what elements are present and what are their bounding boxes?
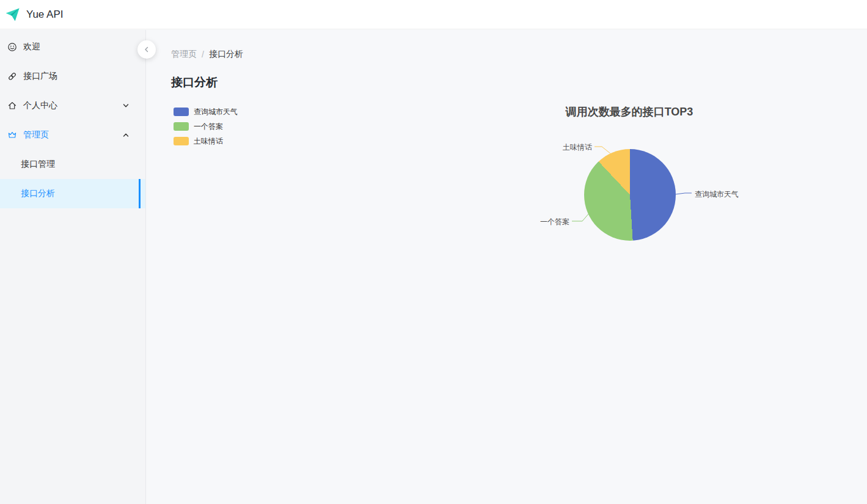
sidebar-item-label: 个人中心 bbox=[23, 100, 57, 111]
legend-label: 土味情话 bbox=[194, 136, 223, 147]
legend-item[interactable]: 查询城市天气 bbox=[174, 108, 238, 116]
sidebar-subitem-api-analysis[interactable]: 接口分析 bbox=[0, 179, 145, 208]
api-icon bbox=[7, 71, 17, 81]
sidebar-item-label: 接口管理 bbox=[21, 159, 55, 170]
pie-label-answer: 一个答案 bbox=[540, 217, 569, 227]
app-window: Yue API 欢迎 接口广场 bbox=[0, 0, 867, 504]
sidebar-item-label: 管理页 bbox=[23, 130, 49, 141]
sidebar: 欢迎 接口广场 个人中心 bbox=[0, 30, 146, 504]
chevron-down-icon bbox=[122, 102, 130, 109]
breadcrumb: 管理页 / 接口分析 bbox=[171, 49, 243, 60]
breadcrumb-item-current: 接口分析 bbox=[209, 49, 243, 60]
home-icon bbox=[7, 101, 17, 111]
pie-label-pickup: 土味情话 bbox=[563, 142, 592, 153]
legend-swatch bbox=[174, 122, 189, 131]
app-title: Yue API bbox=[26, 9, 64, 21]
page-title: 接口分析 bbox=[171, 75, 218, 90]
sidebar-item-label: 接口分析 bbox=[21, 188, 55, 199]
sidebar-item-management[interactable]: 管理页 bbox=[0, 120, 145, 150]
pie-chart[interactable] bbox=[584, 149, 676, 241]
chevron-left-icon bbox=[143, 46, 150, 53]
smile-icon bbox=[7, 42, 17, 52]
app-logo-icon bbox=[5, 7, 21, 23]
sidebar-item-welcome[interactable]: 欢迎 bbox=[0, 32, 145, 62]
pie-label-lines bbox=[147, 30, 867, 504]
top-header: Yue API bbox=[0, 0, 867, 29]
legend-item[interactable]: 土味情话 bbox=[174, 137, 238, 145]
chart-title: 调用次数最多的接口TOP3 bbox=[565, 104, 693, 119]
main-content: 管理页 / 接口分析 接口分析 查询城市天气 一个答案 土味情话 调用次数最多的… bbox=[147, 30, 867, 504]
breadcrumb-separator: / bbox=[202, 49, 204, 59]
sidebar-subitem-api-management[interactable]: 接口管理 bbox=[0, 150, 145, 179]
chart-legend: 查询城市天气 一个答案 土味情话 bbox=[174, 108, 238, 152]
sidebar-menu: 欢迎 接口广场 个人中心 bbox=[0, 30, 145, 208]
legend-swatch bbox=[174, 137, 189, 145]
breadcrumb-item-management[interactable]: 管理页 bbox=[171, 49, 197, 60]
sidebar-item-label: 接口广场 bbox=[23, 71, 57, 82]
legend-item[interactable]: 一个答案 bbox=[174, 122, 238, 131]
crown-icon bbox=[7, 130, 17, 140]
legend-label: 查询城市天气 bbox=[194, 107, 238, 117]
sidebar-collapse-button[interactable] bbox=[137, 40, 156, 59]
sidebar-item-api-plaza[interactable]: 接口广场 bbox=[0, 62, 145, 91]
pie-label-weather: 查询城市天气 bbox=[695, 189, 739, 200]
legend-label: 一个答案 bbox=[194, 122, 223, 132]
sidebar-item-label: 欢迎 bbox=[23, 42, 40, 53]
sidebar-item-personal-center[interactable]: 个人中心 bbox=[0, 91, 145, 120]
legend-swatch bbox=[174, 108, 189, 116]
chevron-up-icon bbox=[122, 131, 130, 139]
